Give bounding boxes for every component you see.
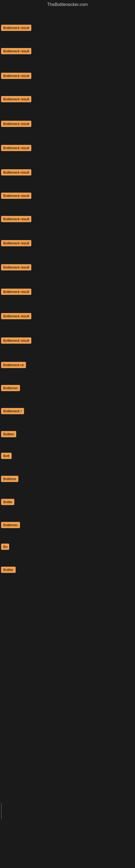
- bottleneck-badge-10[interactable]: Bottleneck result: [1, 240, 31, 246]
- bottleneck-badge-24[interactable]: Bottler: [1, 567, 16, 573]
- bottleneck-item-14: Bottleneck result: [1, 337, 31, 345]
- bottleneck-item-18: Bottlen: [1, 431, 16, 438]
- bottleneck-badge-17[interactable]: Bottleneck r: [1, 408, 24, 414]
- bottleneck-badge-4[interactable]: Bottleneck result: [1, 96, 31, 102]
- bottleneck-item-5: Bottleneck result: [1, 121, 31, 128]
- bottleneck-item-23: Bo: [1, 544, 9, 551]
- bottleneck-badge-6[interactable]: Bottleneck result: [1, 145, 31, 151]
- bottleneck-badge-13[interactable]: Bottleneck result: [1, 313, 31, 319]
- bottleneck-badge-5[interactable]: Bottleneck result: [1, 121, 31, 127]
- bottleneck-badge-15[interactable]: Bottleneck re: [1, 362, 26, 368]
- site-title: TheBottlenecker.com: [0, 0, 135, 9]
- bottleneck-badge-8[interactable]: Bottleneck result: [1, 193, 31, 199]
- bottleneck-item-12: Bottleneck result: [1, 289, 31, 296]
- bottleneck-badge-20[interactable]: Bottlene: [1, 476, 18, 482]
- bottleneck-item-10: Bottleneck result: [1, 240, 31, 247]
- bottleneck-item-11: Bottleneck result: [1, 264, 31, 272]
- bottleneck-item-4: Bottleneck result: [1, 96, 31, 103]
- bottleneck-badge-22[interactable]: Bottlenec: [1, 522, 20, 528]
- bottleneck-item-21: Bottle: [1, 499, 14, 506]
- bottleneck-badge-1[interactable]: Bottleneck result: [1, 25, 31, 31]
- bottleneck-item-2: Bottleneck result: [1, 48, 31, 55]
- bottleneck-badge-16[interactable]: Bottlenec: [1, 385, 20, 391]
- bottleneck-item-19: Bott: [1, 453, 12, 460]
- bottleneck-item-3: Bottleneck result: [1, 73, 31, 80]
- bottleneck-item-9: Bottleneck result: [1, 216, 31, 223]
- bottleneck-item-24: Bottler: [1, 567, 16, 574]
- bottleneck-item-6: Bottleneck result: [1, 145, 31, 152]
- bottleneck-badge-11[interactable]: Bottleneck result: [1, 264, 31, 271]
- bottleneck-badge-12[interactable]: Bottleneck result: [1, 289, 31, 295]
- bottleneck-badge-18[interactable]: Bottlen: [1, 431, 16, 437]
- bottleneck-badge-3[interactable]: Bottleneck result: [1, 73, 31, 79]
- page-container: TheBottlenecker.com Bottleneck resultBot…: [0, 0, 135, 868]
- bottleneck-item-16: Bottlenec: [1, 385, 20, 392]
- bottom-indicator: [1, 803, 2, 819]
- bottleneck-badge-2[interactable]: Bottleneck result: [1, 48, 31, 54]
- bottleneck-item-7: Bottleneck result: [1, 169, 31, 177]
- bottleneck-badge-14[interactable]: Bottleneck result: [1, 337, 31, 344]
- bottleneck-item-13: Bottleneck result: [1, 313, 31, 320]
- bottleneck-item-17: Bottleneck r: [1, 408, 24, 415]
- bottleneck-item-15: Bottleneck re: [1, 362, 26, 369]
- bottleneck-badge-7[interactable]: Bottleneck result: [1, 169, 31, 176]
- bottleneck-item-8: Bottleneck result: [1, 193, 31, 200]
- bottleneck-item-22: Bottlenec: [1, 522, 20, 529]
- bottleneck-item-1: Bottleneck result: [1, 25, 31, 32]
- bottleneck-item-20: Bottlene: [1, 476, 18, 483]
- items-wrapper: Bottleneck resultBottleneck resultBottle…: [0, 9, 135, 850]
- bottleneck-badge-23[interactable]: Bo: [1, 544, 9, 550]
- bottleneck-badge-19[interactable]: Bott: [1, 453, 12, 459]
- bottleneck-badge-9[interactable]: Bottleneck result: [1, 216, 31, 222]
- bottleneck-badge-21[interactable]: Bottle: [1, 499, 14, 505]
